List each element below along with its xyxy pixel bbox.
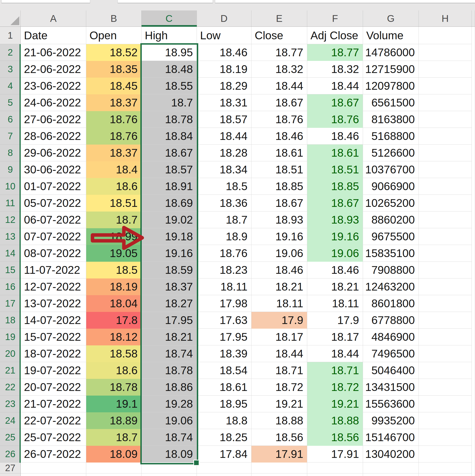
cell-E5[interactable]: 18.67 [252, 94, 307, 111]
cell-F2[interactable]: 18.77 [307, 44, 363, 61]
cell-B15[interactable]: 18.5 [86, 262, 141, 278]
cell-C5[interactable]: 18.7 [141, 94, 197, 111]
cell-G10[interactable]: 9066900 [363, 178, 419, 195]
cell-E19[interactable]: 18.17 [252, 329, 307, 345]
cell-E23[interactable]: 19.21 [252, 396, 307, 412]
row-header-6[interactable]: 6 [0, 111, 21, 128]
cell-C19[interactable]: 18.21 [141, 329, 197, 345]
cell-D9[interactable]: 18.34 [197, 161, 252, 178]
cell-F17[interactable]: 18.11 [307, 295, 363, 312]
cell-G15[interactable]: 7908800 [363, 262, 419, 278]
row-header-26[interactable]: 26 [0, 446, 21, 462]
cell-E2[interactable]: 18.77 [252, 44, 307, 61]
cell-E17[interactable]: 18.11 [252, 295, 307, 312]
row-header-8[interactable]: 8 [0, 145, 21, 161]
cell-G24[interactable]: 9935200 [363, 412, 419, 429]
cell-A4[interactable]: 23-06-2022 [21, 78, 86, 94]
cell-H2[interactable] [419, 44, 472, 61]
cell-F7[interactable]: 18.46 [307, 128, 363, 145]
cell-E13[interactable]: 19.16 [252, 228, 307, 245]
cell-H12[interactable] [419, 211, 472, 228]
column-header-G[interactable]: G [363, 10, 419, 27]
cell-E3[interactable]: 18.32 [252, 61, 307, 78]
cell-E12[interactable]: 18.93 [252, 211, 307, 228]
cell-E16[interactable]: 18.21 [252, 278, 307, 295]
cell-B19[interactable]: 18.12 [86, 329, 141, 345]
cell-G26[interactable]: 13040200 [363, 446, 419, 462]
cell-H5[interactable] [419, 94, 472, 111]
cell-B21[interactable]: 18.6 [86, 362, 141, 379]
cell-B3[interactable]: 18.35 [86, 61, 141, 78]
cell-F5[interactable]: 18.67 [307, 94, 363, 111]
select-all-button[interactable] [0, 10, 21, 27]
cell-G7[interactable]: 5168800 [363, 128, 419, 145]
cell-C7[interactable]: 18.84 [141, 128, 197, 145]
cell-C14[interactable]: 19.16 [141, 245, 197, 262]
cell-B17[interactable]: 18.04 [86, 295, 141, 312]
cell-H27[interactable] [419, 462, 472, 474]
cell-D6[interactable]: 18.57 [197, 111, 252, 128]
cell-A2[interactable]: 21-06-2022 [21, 44, 86, 61]
cell-C10[interactable]: 18.91 [141, 178, 197, 195]
row-header-27[interactable]: 27 [0, 462, 21, 474]
cell-C13[interactable]: 19.18 [141, 228, 197, 245]
cell-C17[interactable]: 18.27 [141, 295, 197, 312]
row-header-2[interactable]: 2 [0, 44, 21, 61]
cell-G25[interactable]: 15146700 [363, 429, 419, 446]
cell-A21[interactable]: 19-07-2022 [21, 362, 86, 379]
cell-H13[interactable] [419, 228, 472, 245]
row-header-21[interactable]: 21 [0, 362, 21, 379]
cell-B16[interactable]: 18.19 [86, 278, 141, 295]
cell-G9[interactable]: 10376700 [363, 161, 419, 178]
cell-C20[interactable]: 18.74 [141, 345, 197, 362]
cell-A20[interactable]: 18-07-2022 [21, 345, 86, 362]
cell-G5[interactable]: 6561500 [363, 94, 419, 111]
cell-B6[interactable]: 18.76 [86, 111, 141, 128]
cell-B9[interactable]: 18.4 [86, 161, 141, 178]
cell-H7[interactable] [419, 128, 472, 145]
formula-bar[interactable] [215, 0, 475, 3]
cell-B27[interactable] [86, 462, 141, 474]
row-header-16[interactable]: 16 [0, 278, 21, 295]
cell-H4[interactable] [419, 78, 472, 94]
column-header-B[interactable]: B [86, 10, 141, 27]
cell-H15[interactable] [419, 262, 472, 278]
cell-G21[interactable]: 5046400 [363, 362, 419, 379]
cell-C15[interactable]: 18.59 [141, 262, 197, 278]
cell-A24[interactable]: 22-07-2022 [21, 412, 86, 429]
cell-A13[interactable]: 07-07-2022 [21, 228, 86, 245]
cell-E21[interactable]: 18.71 [252, 362, 307, 379]
row-header-7[interactable]: 7 [0, 128, 21, 145]
cell-H20[interactable] [419, 345, 472, 362]
cell-A17[interactable]: 13-07-2022 [21, 295, 86, 312]
cell-A9[interactable]: 30-06-2022 [21, 161, 86, 178]
cell-D1[interactable]: Low [197, 27, 252, 44]
cell-D23[interactable]: 18.95 [197, 396, 252, 412]
cell-C22[interactable]: 18.86 [141, 379, 197, 396]
row-header-5[interactable]: 5 [0, 94, 21, 111]
cell-F15[interactable]: 18.46 [307, 262, 363, 278]
cell-F14[interactable]: 19.06 [307, 245, 363, 262]
cell-C1[interactable]: High [141, 27, 197, 44]
cell-E11[interactable]: 18.67 [252, 195, 307, 211]
cell-D11[interactable]: 18.36 [197, 195, 252, 211]
column-header-H[interactable]: H [419, 10, 472, 27]
cell-D4[interactable]: 18.29 [197, 78, 252, 94]
cell-A23[interactable]: 21-07-2022 [21, 396, 86, 412]
row-header-3[interactable]: 3 [0, 61, 21, 78]
column-header-D[interactable]: D [197, 10, 252, 27]
cell-B22[interactable]: 18.78 [86, 379, 141, 396]
cell-A18[interactable]: 14-07-2022 [21, 312, 86, 329]
cell-E26[interactable]: 17.91 [252, 446, 307, 462]
column-header-C[interactable]: C [141, 10, 197, 27]
cell-D26[interactable]: 17.84 [197, 446, 252, 462]
cell-B7[interactable]: 18.76 [86, 128, 141, 145]
cell-A1[interactable]: Date [21, 27, 86, 44]
cell-D22[interactable]: 18.61 [197, 379, 252, 396]
cell-E7[interactable]: 18.46 [252, 128, 307, 145]
cell-E15[interactable]: 18.46 [252, 262, 307, 278]
cell-D5[interactable]: 18.31 [197, 94, 252, 111]
cell-B10[interactable]: 18.6 [86, 178, 141, 195]
cell-E27[interactable] [252, 462, 307, 474]
cell-H26[interactable] [419, 446, 472, 462]
